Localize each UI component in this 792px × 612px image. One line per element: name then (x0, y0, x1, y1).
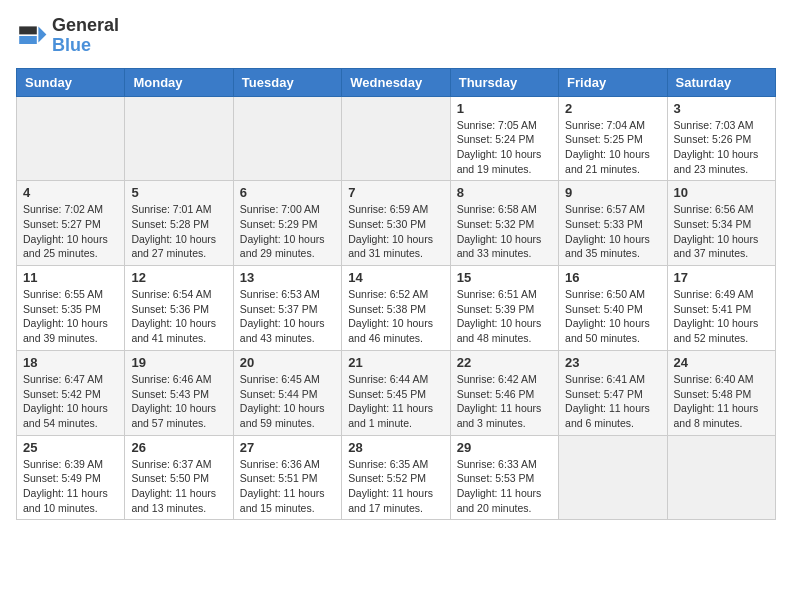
day-number: 6 (240, 185, 335, 200)
calendar-cell: 27Sunrise: 6:36 AMSunset: 5:51 PMDayligh… (233, 435, 341, 520)
day-number: 25 (23, 440, 118, 455)
day-info: Sunrise: 6:52 AMSunset: 5:38 PMDaylight:… (348, 287, 443, 346)
day-number: 3 (674, 101, 769, 116)
day-info: Sunrise: 7:01 AMSunset: 5:28 PMDaylight:… (131, 202, 226, 261)
calendar-cell: 23Sunrise: 6:41 AMSunset: 5:47 PMDayligh… (559, 350, 667, 435)
weekday-header: Thursday (450, 68, 558, 96)
calendar-cell: 8Sunrise: 6:58 AMSunset: 5:32 PMDaylight… (450, 181, 558, 266)
day-number: 28 (348, 440, 443, 455)
svg-rect-3 (19, 36, 37, 44)
day-number: 1 (457, 101, 552, 116)
day-info: Sunrise: 6:42 AMSunset: 5:46 PMDaylight:… (457, 372, 552, 431)
calendar-cell: 28Sunrise: 6:35 AMSunset: 5:52 PMDayligh… (342, 435, 450, 520)
calendar-cell: 13Sunrise: 6:53 AMSunset: 5:37 PMDayligh… (233, 266, 341, 351)
calendar-cell (125, 96, 233, 181)
calendar-cell: 29Sunrise: 6:33 AMSunset: 5:53 PMDayligh… (450, 435, 558, 520)
day-number: 27 (240, 440, 335, 455)
day-number: 2 (565, 101, 660, 116)
day-info: Sunrise: 6:53 AMSunset: 5:37 PMDaylight:… (240, 287, 335, 346)
calendar-cell: 11Sunrise: 6:55 AMSunset: 5:35 PMDayligh… (17, 266, 125, 351)
day-info: Sunrise: 6:33 AMSunset: 5:53 PMDaylight:… (457, 457, 552, 516)
calendar-cell: 3Sunrise: 7:03 AMSunset: 5:26 PMDaylight… (667, 96, 775, 181)
calendar-week-row: 25Sunrise: 6:39 AMSunset: 5:49 PMDayligh… (17, 435, 776, 520)
weekday-header: Friday (559, 68, 667, 96)
day-info: Sunrise: 7:04 AMSunset: 5:25 PMDaylight:… (565, 118, 660, 177)
day-number: 24 (674, 355, 769, 370)
day-info: Sunrise: 7:00 AMSunset: 5:29 PMDaylight:… (240, 202, 335, 261)
calendar-cell: 22Sunrise: 6:42 AMSunset: 5:46 PMDayligh… (450, 350, 558, 435)
day-info: Sunrise: 6:36 AMSunset: 5:51 PMDaylight:… (240, 457, 335, 516)
day-info: Sunrise: 6:58 AMSunset: 5:32 PMDaylight:… (457, 202, 552, 261)
calendar-cell: 14Sunrise: 6:52 AMSunset: 5:38 PMDayligh… (342, 266, 450, 351)
calendar-cell: 7Sunrise: 6:59 AMSunset: 5:30 PMDaylight… (342, 181, 450, 266)
calendar-cell: 19Sunrise: 6:46 AMSunset: 5:43 PMDayligh… (125, 350, 233, 435)
day-number: 14 (348, 270, 443, 285)
calendar-cell: 12Sunrise: 6:54 AMSunset: 5:36 PMDayligh… (125, 266, 233, 351)
day-number: 23 (565, 355, 660, 370)
day-info: Sunrise: 6:45 AMSunset: 5:44 PMDaylight:… (240, 372, 335, 431)
weekday-header: Wednesday (342, 68, 450, 96)
page-header: General Blue (16, 16, 776, 56)
calendar-cell: 21Sunrise: 6:44 AMSunset: 5:45 PMDayligh… (342, 350, 450, 435)
calendar-cell: 20Sunrise: 6:45 AMSunset: 5:44 PMDayligh… (233, 350, 341, 435)
day-number: 18 (23, 355, 118, 370)
day-number: 22 (457, 355, 552, 370)
calendar-week-row: 4Sunrise: 7:02 AMSunset: 5:27 PMDaylight… (17, 181, 776, 266)
day-number: 10 (674, 185, 769, 200)
day-number: 20 (240, 355, 335, 370)
day-info: Sunrise: 6:37 AMSunset: 5:50 PMDaylight:… (131, 457, 226, 516)
calendar-cell (342, 96, 450, 181)
calendar-cell: 4Sunrise: 7:02 AMSunset: 5:27 PMDaylight… (17, 181, 125, 266)
weekday-header: Tuesday (233, 68, 341, 96)
calendar-cell: 2Sunrise: 7:04 AMSunset: 5:25 PMDaylight… (559, 96, 667, 181)
calendar-cell (233, 96, 341, 181)
calendar-week-row: 11Sunrise: 6:55 AMSunset: 5:35 PMDayligh… (17, 266, 776, 351)
calendar-cell: 16Sunrise: 6:50 AMSunset: 5:40 PMDayligh… (559, 266, 667, 351)
day-number: 5 (131, 185, 226, 200)
calendar-cell: 6Sunrise: 7:00 AMSunset: 5:29 PMDaylight… (233, 181, 341, 266)
calendar-cell: 10Sunrise: 6:56 AMSunset: 5:34 PMDayligh… (667, 181, 775, 266)
day-info: Sunrise: 7:03 AMSunset: 5:26 PMDaylight:… (674, 118, 769, 177)
day-info: Sunrise: 6:35 AMSunset: 5:52 PMDaylight:… (348, 457, 443, 516)
day-info: Sunrise: 6:56 AMSunset: 5:34 PMDaylight:… (674, 202, 769, 261)
calendar-cell (667, 435, 775, 520)
day-number: 13 (240, 270, 335, 285)
day-info: Sunrise: 6:40 AMSunset: 5:48 PMDaylight:… (674, 372, 769, 431)
day-info: Sunrise: 6:39 AMSunset: 5:49 PMDaylight:… (23, 457, 118, 516)
day-info: Sunrise: 6:59 AMSunset: 5:30 PMDaylight:… (348, 202, 443, 261)
logo: General Blue (16, 16, 119, 56)
weekday-header: Saturday (667, 68, 775, 96)
calendar-cell: 5Sunrise: 7:01 AMSunset: 5:28 PMDaylight… (125, 181, 233, 266)
calendar-cell (17, 96, 125, 181)
day-number: 11 (23, 270, 118, 285)
logo-text: General Blue (52, 16, 119, 56)
day-number: 29 (457, 440, 552, 455)
day-number: 26 (131, 440, 226, 455)
day-number: 7 (348, 185, 443, 200)
day-number: 9 (565, 185, 660, 200)
day-info: Sunrise: 6:41 AMSunset: 5:47 PMDaylight:… (565, 372, 660, 431)
calendar-cell: 18Sunrise: 6:47 AMSunset: 5:42 PMDayligh… (17, 350, 125, 435)
calendar-table: SundayMondayTuesdayWednesdayThursdayFrid… (16, 68, 776, 521)
calendar-cell: 24Sunrise: 6:40 AMSunset: 5:48 PMDayligh… (667, 350, 775, 435)
calendar-cell: 15Sunrise: 6:51 AMSunset: 5:39 PMDayligh… (450, 266, 558, 351)
weekday-header: Sunday (17, 68, 125, 96)
day-info: Sunrise: 6:55 AMSunset: 5:35 PMDaylight:… (23, 287, 118, 346)
calendar-cell: 9Sunrise: 6:57 AMSunset: 5:33 PMDaylight… (559, 181, 667, 266)
calendar-header-row: SundayMondayTuesdayWednesdayThursdayFrid… (17, 68, 776, 96)
day-number: 16 (565, 270, 660, 285)
day-info: Sunrise: 6:54 AMSunset: 5:36 PMDaylight:… (131, 287, 226, 346)
calendar-week-row: 1Sunrise: 7:05 AMSunset: 5:24 PMDaylight… (17, 96, 776, 181)
day-number: 8 (457, 185, 552, 200)
calendar-cell: 26Sunrise: 6:37 AMSunset: 5:50 PMDayligh… (125, 435, 233, 520)
calendar-cell: 17Sunrise: 6:49 AMSunset: 5:41 PMDayligh… (667, 266, 775, 351)
calendar-cell: 1Sunrise: 7:05 AMSunset: 5:24 PMDaylight… (450, 96, 558, 181)
day-number: 12 (131, 270, 226, 285)
day-info: Sunrise: 6:46 AMSunset: 5:43 PMDaylight:… (131, 372, 226, 431)
calendar-cell (559, 435, 667, 520)
day-info: Sunrise: 6:57 AMSunset: 5:33 PMDaylight:… (565, 202, 660, 261)
calendar-cell: 25Sunrise: 6:39 AMSunset: 5:49 PMDayligh… (17, 435, 125, 520)
day-info: Sunrise: 6:51 AMSunset: 5:39 PMDaylight:… (457, 287, 552, 346)
svg-rect-2 (19, 26, 37, 34)
logo-icon (16, 20, 48, 52)
